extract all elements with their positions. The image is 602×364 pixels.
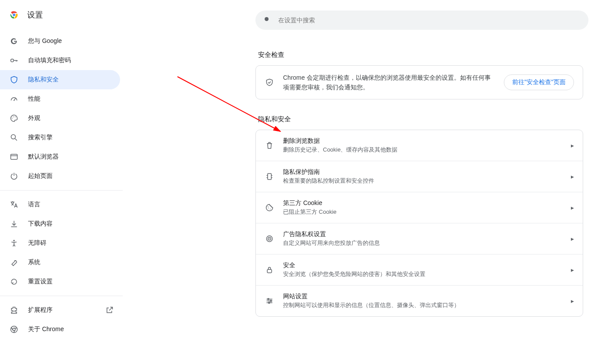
sidebar: 设置 您与 Google 自动填充和密码 隐私和安全 性能 外观 xyxy=(0,0,123,364)
svg-point-12 xyxy=(11,134,15,139)
row-site-settings[interactable]: 网站设置 控制网站可以使用和显示的信息（位置信息、摄像头、弹出式窗口等） ▸ xyxy=(256,285,583,316)
tune-icon xyxy=(265,296,274,306)
sidebar-item-label: 性能 xyxy=(28,95,40,103)
svg-point-19 xyxy=(13,240,14,241)
sidebar-item-default-browser[interactable]: 默认浏览器 xyxy=(0,147,120,166)
row-title: 第三方 Cookie xyxy=(283,199,562,207)
sidebar-item-downloads[interactable]: 下载内容 xyxy=(0,214,120,233)
browser-icon xyxy=(10,152,18,161)
sidebar-item-label: 扩展程序 xyxy=(28,306,53,314)
sidebar-item-label: 语言 xyxy=(28,201,40,209)
row-subtitle: 控制网站可以使用和显示的信息（位置信息、摄像头、弹出式窗口等） xyxy=(283,301,562,309)
row-title: 删除浏览数据 xyxy=(283,137,562,145)
svg-point-9 xyxy=(12,118,13,119)
main-content: 安全检查 Chrome 会定期进行检查，以确保您的浏览器使用最安全的设置。如有任… xyxy=(123,0,602,364)
sidebar-item-languages[interactable]: 语言 xyxy=(0,195,120,214)
sidebar-item-extensions[interactable]: 扩展程序 xyxy=(0,300,120,320)
svg-point-37 xyxy=(269,238,270,239)
row-title: 隐私保护指南 xyxy=(283,168,562,176)
sidebar-item-label: 隐私和安全 xyxy=(28,76,59,84)
sidebar-item-label: 重置设置 xyxy=(28,278,53,286)
sidebar-item-label: 外观 xyxy=(28,114,40,122)
row-subtitle: 安全浏览（保护您免受危险网站的侵害）和其他安全设置 xyxy=(283,270,562,278)
row-subtitle: 删除历史记录、Cookie、缓存内容及其他数据 xyxy=(283,146,562,154)
svg-line-26 xyxy=(268,21,270,22)
reset-icon xyxy=(10,277,18,286)
key-icon xyxy=(10,56,18,65)
row-clear-browsing-data[interactable]: 删除浏览数据 删除历史记录、Cookie、缓存内容及其他数据 ▸ xyxy=(256,130,583,161)
sidebar-item-performance[interactable]: 性能 xyxy=(0,89,120,109)
lock-icon xyxy=(265,265,274,275)
sidebar-item-system[interactable]: 系统 xyxy=(0,253,120,272)
svg-point-32 xyxy=(268,208,269,209)
download-icon xyxy=(10,219,18,228)
settings-app: 设置 您与 Google 自动填充和密码 隐私和安全 性能 外观 xyxy=(0,0,602,364)
sidebar-item-appearance[interactable]: 外观 xyxy=(0,109,120,128)
translate-icon xyxy=(10,200,18,209)
sidebar-item-label: 起始页面 xyxy=(28,172,53,180)
svg-point-3 xyxy=(11,59,14,62)
speedometer-icon xyxy=(10,95,18,103)
sidebar-item-search-engine[interactable]: 搜索引擎 xyxy=(0,128,120,147)
search-icon xyxy=(263,16,271,25)
svg-point-11 xyxy=(15,117,16,117)
row-text: 隐私保护指南 检查重要的隐私控制设置和安全控件 xyxy=(283,168,562,185)
row-title: 网站设置 xyxy=(283,293,562,300)
sidebar-item-reset[interactable]: 重置设置 xyxy=(0,272,120,291)
sidebar-item-label: 自动填充和密码 xyxy=(28,57,71,64)
row-text: 第三方 Cookie 已阻止第三方 Cookie xyxy=(283,199,562,216)
cookie-icon xyxy=(265,203,274,212)
guide-icon xyxy=(265,172,274,181)
ad-target-icon xyxy=(265,234,274,244)
row-subtitle: 已阻止第三方 Cookie xyxy=(283,208,562,216)
nav-divider xyxy=(0,296,123,296)
palette-icon xyxy=(10,114,18,123)
accessibility-icon xyxy=(10,239,18,247)
sidebar-item-on-startup[interactable]: 起始页面 xyxy=(0,166,120,186)
shield-icon xyxy=(10,75,18,84)
sidebar-item-accessibility[interactable]: 无障碍 xyxy=(0,233,120,253)
row-subtitle: 检查重要的隐私控制设置和安全控件 xyxy=(283,177,562,185)
page-title: 设置 xyxy=(27,10,43,20)
sidebar-item-about-chrome[interactable]: 关于 Chrome xyxy=(0,320,120,339)
svg-rect-27 xyxy=(268,173,271,179)
chevron-right-icon: ▸ xyxy=(571,204,574,211)
row-privacy-guide[interactable]: 隐私保护指南 检查重要的隐私控制设置和安全控件 ▸ xyxy=(256,161,583,192)
row-title: 安全 xyxy=(283,262,562,269)
svg-rect-38 xyxy=(267,269,272,273)
chevron-right-icon: ▸ xyxy=(571,235,574,242)
svg-point-33 xyxy=(270,209,271,210)
sidebar-item-label: 无障碍 xyxy=(28,239,46,247)
svg-point-10 xyxy=(13,117,14,117)
row-security[interactable]: 安全 安全浏览（保护您免受危险网站的侵害）和其他安全设置 ▸ xyxy=(256,254,583,285)
row-text: 安全 安全浏览（保护您免受危险网站的侵害）和其他安全设置 xyxy=(283,262,562,278)
goto-safety-check-button[interactable]: 前往"安全检查"页面 xyxy=(504,74,574,90)
row-third-party-cookies[interactable]: 第三方 Cookie 已阻止第三方 Cookie ▸ xyxy=(256,192,583,223)
row-ad-privacy[interactable]: 广告隐私权设置 自定义网站可用来向您投放广告的信息 ▸ xyxy=(256,223,583,254)
svg-point-8 xyxy=(14,100,14,101)
svg-point-34 xyxy=(268,206,269,207)
row-text: 广告隐私权设置 自定义网站可用来向您投放广告的信息 xyxy=(283,230,562,247)
wrench-icon xyxy=(10,258,18,267)
sidebar-item-privacy-security[interactable]: 隐私和安全 xyxy=(0,70,120,89)
trash-icon xyxy=(265,141,274,150)
extension-icon xyxy=(10,306,18,315)
chrome-logo-icon xyxy=(10,11,18,19)
sidebar-item-autofill[interactable]: 自动填充和密码 xyxy=(0,51,120,70)
safety-check-text: Chrome 会定期进行检查，以确保您的浏览器使用最安全的设置。如有任何事项需要… xyxy=(283,73,495,92)
svg-point-25 xyxy=(265,17,269,21)
row-subtitle: 自定义网站可用来向您投放广告的信息 xyxy=(283,239,562,247)
search-wrap xyxy=(255,0,588,35)
search-input[interactable] xyxy=(277,16,581,24)
svg-line-13 xyxy=(15,139,17,141)
sidebar-item-you-and-google[interactable]: 您与 Google xyxy=(0,32,120,51)
section-title-privacy: 隐私和安全 xyxy=(258,115,583,124)
brand: 设置 xyxy=(0,7,123,28)
sidebar-item-label: 系统 xyxy=(28,258,40,266)
chevron-right-icon: ▸ xyxy=(571,173,574,180)
sidebar-item-label: 默认浏览器 xyxy=(28,153,59,161)
search-bar[interactable] xyxy=(255,11,588,30)
section-title-safety: 安全检查 xyxy=(258,51,583,59)
sidebar-item-label: 下载内容 xyxy=(28,220,53,228)
nav-divider xyxy=(0,190,123,191)
